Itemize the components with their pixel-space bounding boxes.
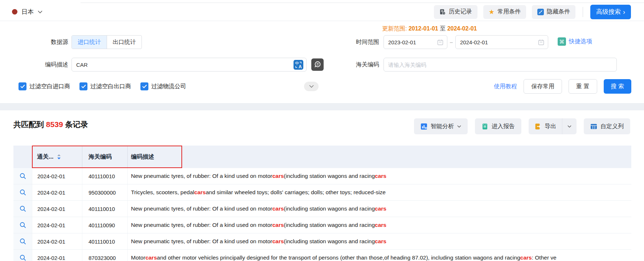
advanced-search-button[interactable]: 高级搜索 ›	[590, 5, 631, 19]
custom-columns-label: 自定义列	[600, 123, 624, 130]
svg-text:BI: BI	[425, 127, 427, 129]
checkbox-checked-icon[interactable]	[19, 82, 26, 90]
star-icon: ★	[489, 9, 495, 15]
results-panel: 共匹配到 8539 条记录 BI 智能分析 进入报告	[0, 110, 644, 261]
top-bar-actions: 历史记录 ★ 常用条件 隐藏条件 高级搜索 ›	[434, 5, 631, 19]
filter-checkbox[interactable]: 过滤空白出口商	[79, 82, 131, 90]
header-cell-hs-code[interactable]: 海关编码	[82, 146, 127, 168]
hide-conditions-label: 隐藏条件	[547, 8, 570, 16]
cell-code-description: Tricycles, scooters, pedal cars and simi…	[127, 184, 631, 200]
code-desc-label: 编码描述	[22, 58, 68, 72]
top-bar: 日本 历史记录 ★ 常用条件 隐藏条件	[0, 3, 644, 21]
svg-text:A: A	[299, 64, 302, 69]
result-actions: BI 智能分析 进入报告 导出	[414, 118, 630, 134]
time-range-label: 时间范围	[332, 35, 379, 49]
header-cell-clearance-date[interactable]: 通关...	[32, 146, 82, 168]
tutorial-link[interactable]: 使用教程	[494, 83, 517, 90]
smart-analysis-button[interactable]: BI 智能分析	[414, 118, 468, 134]
customs-data-app: 日本 历史记录 ★ 常用条件 隐藏条件	[0, 0, 644, 261]
chevron-right-icon: ›	[623, 9, 625, 15]
custom-columns-button[interactable]: 自定义列	[584, 118, 630, 134]
result-count-title: 共匹配到 8539 条记录	[13, 119, 88, 130]
row-detail-search-icon[interactable]	[13, 201, 32, 217]
quick-options-link[interactable]: ⌘ 快捷选项	[558, 37, 592, 46]
header-cell-empty	[13, 146, 32, 168]
row-detail-search-icon[interactable]	[13, 217, 32, 233]
checkbox-label: 过滤空白进口商	[29, 83, 70, 90]
highlighted-keyword: cars	[272, 238, 284, 245]
smart-analysis-label: 智能分析	[431, 123, 454, 130]
filter-checkbox[interactable]: 过滤物流公司	[140, 82, 186, 90]
quick-options-label: 快捷选项	[569, 38, 592, 45]
export-dropdown-button[interactable]	[562, 118, 577, 134]
japan-flag-icon	[12, 9, 17, 15]
date-to-input[interactable]	[456, 39, 538, 45]
highlighted-keyword: cars	[272, 222, 284, 228]
hs-code-input[interactable]	[384, 62, 616, 68]
checkbox-checked-icon[interactable]	[79, 82, 87, 90]
date-range-separator: –	[448, 35, 455, 49]
table-row: 2024-02-01401110010New pneumatic tyres, …	[13, 233, 631, 250]
update-range-to-word: 至	[440, 25, 446, 32]
date-from-field	[383, 35, 447, 49]
hide-conditions-button[interactable]: 隐藏条件	[532, 5, 575, 19]
calendar-icon[interactable]	[538, 39, 544, 45]
advanced-search-label: 高级搜索	[596, 8, 621, 16]
chevron-down-icon	[567, 125, 571, 128]
highlighted-keyword: cars	[272, 205, 284, 212]
update-range-to: 2024-02-01	[447, 25, 477, 32]
table-row: 2024-02-01950300000Tricycles, scooters, …	[13, 184, 631, 201]
chevron-down-icon	[38, 11, 42, 13]
update-range-from: 2012-01-01	[409, 25, 438, 32]
search-button[interactable]: 搜 索	[604, 79, 631, 94]
table-columns-icon	[590, 123, 597, 130]
collapse-form-button[interactable]	[304, 82, 319, 91]
date-to-field	[455, 35, 548, 49]
reset-button[interactable]: 重 置	[569, 79, 597, 94]
tab-export-stats[interactable]: 出口统计	[107, 36, 141, 49]
highlighted-keyword: cars	[375, 173, 386, 179]
panel-gap	[0, 103, 644, 110]
highlighted-keyword: cars	[520, 254, 532, 261]
column-label: 通关...	[37, 153, 53, 161]
cell-code-description: New pneumatic tyres, of rubber: Of a kin…	[127, 233, 631, 249]
cell-hs-code: 950300000	[82, 184, 127, 200]
column-label: 编码描述	[131, 153, 154, 161]
row-detail-search-icon[interactable]	[13, 168, 32, 184]
translate-icon[interactable]: 中A	[294, 60, 303, 70]
cell-code-description: New pneumatic tyres, of rubber: Of a kin…	[127, 168, 631, 184]
report-notebook-icon	[481, 123, 488, 130]
row-detail-search-icon[interactable]	[13, 250, 32, 261]
cell-hs-code: 401110010	[82, 201, 127, 217]
match-mode-icon[interactable]	[311, 58, 324, 71]
count-prefix: 共匹配到	[13, 120, 44, 129]
favorites-label: 常用条件	[497, 8, 521, 16]
cell-code-description: New pneumatic tyres, of rubber: Of a kin…	[127, 217, 631, 233]
update-range-note: 更新范围: 2012-01-01 至 2024-02-01	[382, 25, 477, 33]
table-row: 2024-02-01401110010New pneumatic tyres, …	[13, 201, 631, 217]
calendar-icon[interactable]	[437, 39, 443, 45]
code-desc-field: 中A	[71, 58, 307, 72]
filter-checkbox[interactable]: 过滤空白进口商	[19, 82, 70, 90]
export-button[interactable]: 导出	[529, 118, 562, 134]
sort-icon[interactable]	[57, 154, 61, 160]
header-cell-code-desc[interactable]: 编码描述	[127, 146, 631, 168]
checkbox-checked-icon[interactable]	[140, 82, 148, 90]
highlighted-keyword: cars	[375, 222, 386, 228]
enter-report-button[interactable]: 进入报告	[475, 118, 521, 134]
row-detail-search-icon[interactable]	[13, 184, 32, 200]
history-button[interactable]: 历史记录	[434, 5, 477, 19]
bi-analysis-icon: BI	[421, 123, 427, 130]
date-from-input[interactable]	[384, 39, 437, 45]
tab-import-stats[interactable]: 进口统计	[72, 36, 107, 49]
cell-hs-code: 870323000	[82, 250, 127, 261]
save-common-button[interactable]: 保存常用	[524, 79, 562, 94]
cell-clearance-date: 2024-02-01	[32, 168, 82, 184]
checkbox-label: 过滤空白出口商	[90, 83, 131, 90]
favorites-button[interactable]: ★ 常用条件	[483, 5, 526, 19]
code-desc-input[interactable]	[72, 62, 306, 68]
table-row: 2024-02-01870323000Motor cars and other …	[13, 250, 631, 261]
country-selector[interactable]: 日本	[12, 8, 42, 16]
top-bar-divider	[583, 7, 583, 17]
row-detail-search-icon[interactable]	[13, 233, 32, 249]
